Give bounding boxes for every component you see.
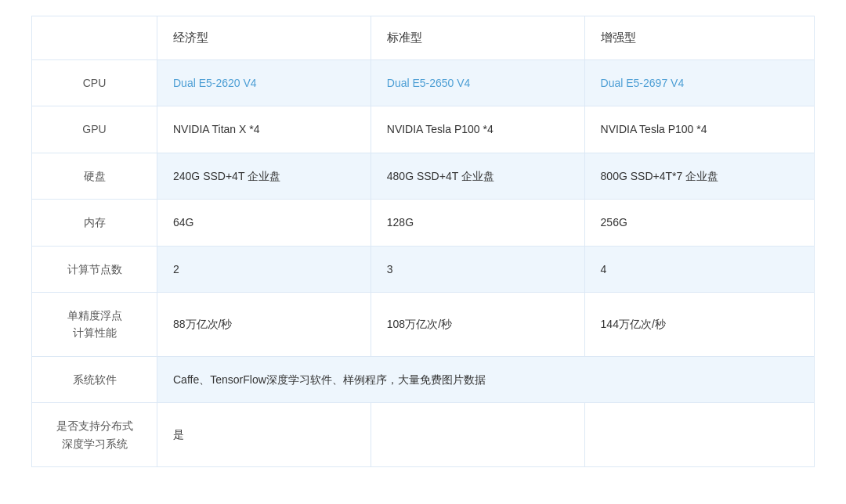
- row-cell-disk-1: 240G SSD+4T 企业盘: [157, 153, 371, 199]
- row-cell-nodes-1: 2: [157, 246, 371, 292]
- row-cell-gpu-3: NVIDIA Tesla P100 *4: [584, 106, 814, 153]
- row-cell-memory-2: 128G: [371, 200, 584, 246]
- row-label-software: 系统软件: [32, 356, 157, 402]
- row-cell-flops-1: 88万亿次/秒: [157, 292, 371, 356]
- row-cell-cpu-1: Dual E5-2620 V4: [157, 60, 371, 106]
- row-cell-cpu-2: Dual E5-2650 V4: [371, 60, 584, 106]
- row-cell-disk-2: 480G SSD+4T 企业盘: [371, 153, 584, 199]
- row-cell-distributed-2: [371, 403, 584, 467]
- table-row: 内存64G128G256G: [32, 200, 815, 246]
- header-empty: [32, 16, 157, 60]
- row-cell-nodes-3: 4: [584, 246, 814, 292]
- row-span-software: Caffe、TensorFlow深度学习软件、样例程序，大量免费图片数据: [157, 356, 815, 402]
- comparison-table: 经济型 标准型 增强型 CPUDual E5-2620 V4Dual E5-26…: [31, 16, 815, 467]
- header-enhanced: 增强型: [584, 16, 814, 60]
- row-cell-gpu-2: NVIDIA Tesla P100 *4: [371, 106, 584, 153]
- row-label-disk: 硬盘: [32, 153, 157, 199]
- row-cell-distributed-3: [584, 403, 814, 467]
- row-cell-flops-2: 108万亿次/秒: [371, 292, 584, 356]
- row-label-cpu: CPU: [32, 60, 157, 106]
- header-economy: 经济型: [157, 16, 371, 60]
- row-cell-nodes-2: 3: [371, 246, 584, 292]
- row-cell-gpu-1: NVIDIA Titan X *4: [157, 106, 371, 153]
- table-row: GPUNVIDIA Titan X *4NVIDIA Tesla P100 *4…: [32, 106, 815, 153]
- row-label-flops: 单精度浮点计算性能: [32, 292, 157, 356]
- comparison-table-wrapper: 经济型 标准型 增强型 CPUDual E5-2620 V4Dual E5-26…: [0, 0, 846, 483]
- table-row: 硬盘240G SSD+4T 企业盘480G SSD+4T 企业盘800G SSD…: [32, 153, 815, 199]
- row-cell-disk-3: 800G SSD+4T*7 企业盘: [584, 153, 814, 199]
- row-cell-memory-3: 256G: [584, 200, 814, 246]
- row-cell-distributed-1: 是: [157, 403, 371, 467]
- header-standard: 标准型: [371, 16, 584, 60]
- row-label-memory: 内存: [32, 200, 157, 246]
- table-row: CPUDual E5-2620 V4Dual E5-2650 V4Dual E5…: [32, 60, 815, 106]
- table-row: 是否支持分布式深度学习系统是: [32, 403, 815, 467]
- table-row: 单精度浮点计算性能88万亿次/秒108万亿次/秒144万亿次/秒: [32, 292, 815, 356]
- row-cell-cpu-3: Dual E5-2697 V4: [584, 60, 814, 106]
- table-row: 计算节点数234: [32, 246, 815, 292]
- row-cell-memory-1: 64G: [157, 200, 371, 246]
- row-label-gpu: GPU: [32, 106, 157, 153]
- row-cell-flops-3: 144万亿次/秒: [584, 292, 814, 356]
- table-row: 系统软件Caffe、TensorFlow深度学习软件、样例程序，大量免费图片数据: [32, 356, 815, 402]
- row-label-distributed: 是否支持分布式深度学习系统: [32, 403, 157, 467]
- row-label-nodes: 计算节点数: [32, 246, 157, 292]
